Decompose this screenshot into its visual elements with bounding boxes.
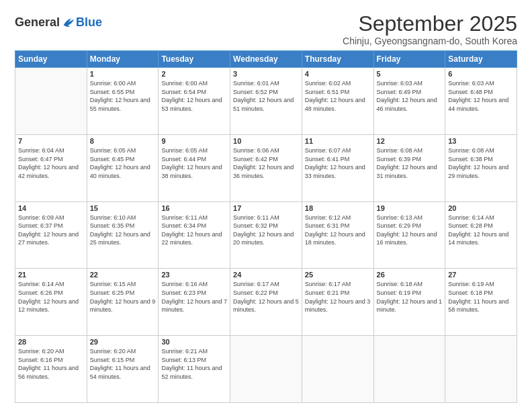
header-row: Sunday Monday Tuesday Wednesday Thursday…: [15, 51, 517, 68]
day-info: Sunrise: 6:19 AM Sunset: 6:18 PM Dayligh…: [448, 280, 514, 314]
day-info: Sunrise: 6:00 AM Sunset: 6:54 PM Dayligh…: [161, 79, 227, 113]
day-number: 25: [305, 271, 371, 279]
calendar-cell: 24Sunrise: 6:17 AM Sunset: 6:22 PM Dayli…: [230, 269, 302, 336]
day-info: Sunrise: 6:15 AM Sunset: 6:25 PM Dayligh…: [90, 280, 156, 314]
day-number: 9: [161, 137, 227, 145]
calendar-cell: 25Sunrise: 6:17 AM Sunset: 6:21 PM Dayli…: [302, 269, 373, 336]
day-info: Sunrise: 6:20 AM Sunset: 6:16 PM Dayligh…: [18, 347, 84, 381]
day-info: Sunrise: 6:13 AM Sunset: 6:29 PM Dayligh…: [377, 214, 443, 247]
col-friday: Friday: [373, 51, 445, 68]
day-number: 4: [305, 70, 371, 78]
calendar-cell: [230, 336, 302, 403]
calendar-cell: 30Sunrise: 6:21 AM Sunset: 6:13 PM Dayli…: [159, 336, 230, 403]
calendar-cell: 17Sunrise: 6:11 AM Sunset: 6:32 PM Dayli…: [230, 201, 302, 269]
day-info: Sunrise: 6:05 AM Sunset: 6:44 PM Dayligh…: [161, 146, 227, 180]
day-info: Sunrise: 6:14 AM Sunset: 6:26 PM Dayligh…: [18, 280, 84, 314]
day-info: Sunrise: 6:12 AM Sunset: 6:31 PM Dayligh…: [305, 214, 371, 247]
calendar-cell: 15Sunrise: 6:10 AM Sunset: 6:35 PM Dayli…: [87, 201, 159, 269]
day-number: 1: [90, 70, 156, 78]
col-tuesday: Tuesday: [159, 51, 230, 68]
calendar-cell: 4Sunrise: 6:02 AM Sunset: 6:51 PM Daylig…: [302, 68, 373, 135]
day-number: 27: [448, 271, 514, 279]
day-number: 23: [161, 271, 227, 279]
calendar-cell: 28Sunrise: 6:20 AM Sunset: 6:16 PM Dayli…: [15, 336, 87, 403]
day-number: 16: [161, 204, 227, 212]
calendar-cell: 27Sunrise: 6:19 AM Sunset: 6:18 PM Dayli…: [445, 269, 517, 336]
calendar-cell: 6Sunrise: 6:03 AM Sunset: 6:48 PM Daylig…: [445, 68, 517, 135]
calendar-cell: 13Sunrise: 6:08 AM Sunset: 6:38 PM Dayli…: [445, 134, 517, 201]
week-row-4: 21Sunrise: 6:14 AM Sunset: 6:26 PM Dayli…: [15, 269, 517, 336]
calendar-cell: 22Sunrise: 6:15 AM Sunset: 6:25 PM Dayli…: [87, 269, 159, 336]
month-title: September 2025: [343, 12, 517, 36]
day-info: Sunrise: 6:16 AM Sunset: 6:23 PM Dayligh…: [161, 280, 227, 314]
day-info: Sunrise: 6:05 AM Sunset: 6:45 PM Dayligh…: [90, 146, 156, 180]
page: General Blue September 2025 Chinju, Gyeo…: [0, 0, 532, 411]
calendar-cell: 7Sunrise: 6:04 AM Sunset: 6:47 PM Daylig…: [15, 134, 87, 201]
day-info: Sunrise: 6:09 AM Sunset: 6:37 PM Dayligh…: [18, 214, 84, 247]
day-info: Sunrise: 6:08 AM Sunset: 6:38 PM Dayligh…: [448, 146, 514, 180]
day-number: 20: [448, 204, 514, 212]
day-info: Sunrise: 6:18 AM Sunset: 6:19 PM Dayligh…: [377, 280, 443, 314]
day-number: 6: [448, 70, 514, 78]
day-number: 18: [305, 204, 371, 212]
day-info: Sunrise: 6:07 AM Sunset: 6:41 PM Dayligh…: [305, 146, 371, 180]
day-info: Sunrise: 6:11 AM Sunset: 6:34 PM Dayligh…: [161, 214, 227, 247]
title-block: September 2025 Chinju, Gyeongsangnam-do,…: [343, 12, 517, 46]
logo-blue-text: Blue: [76, 15, 102, 30]
calendar-cell: 1Sunrise: 6:00 AM Sunset: 6:55 PM Daylig…: [87, 68, 159, 135]
week-row-5: 28Sunrise: 6:20 AM Sunset: 6:16 PM Dayli…: [15, 336, 517, 403]
day-info: Sunrise: 6:03 AM Sunset: 6:49 PM Dayligh…: [377, 79, 443, 113]
day-number: 19: [377, 204, 443, 212]
col-sunday: Sunday: [15, 51, 87, 68]
day-number: 28: [18, 338, 84, 346]
day-info: Sunrise: 6:00 AM Sunset: 6:55 PM Dayligh…: [90, 79, 156, 113]
day-number: 7: [18, 137, 84, 145]
col-wednesday: Wednesday: [230, 51, 302, 68]
day-number: 3: [233, 70, 299, 78]
day-info: Sunrise: 6:11 AM Sunset: 6:32 PM Dayligh…: [233, 214, 299, 247]
day-number: 2: [161, 70, 227, 78]
col-monday: Monday: [87, 51, 159, 68]
day-number: 29: [90, 338, 156, 346]
day-info: Sunrise: 6:01 AM Sunset: 6:52 PM Dayligh…: [233, 79, 299, 113]
day-info: Sunrise: 6:17 AM Sunset: 6:21 PM Dayligh…: [305, 280, 371, 314]
calendar-cell: 18Sunrise: 6:12 AM Sunset: 6:31 PM Dayli…: [302, 201, 373, 269]
day-number: 24: [233, 271, 299, 279]
day-info: Sunrise: 6:10 AM Sunset: 6:35 PM Dayligh…: [90, 214, 156, 247]
day-number: 15: [90, 204, 156, 212]
day-number: 5: [377, 70, 443, 78]
calendar-cell: [302, 336, 373, 403]
calendar-cell: 19Sunrise: 6:13 AM Sunset: 6:29 PM Dayli…: [373, 201, 445, 269]
day-number: 8: [90, 137, 156, 145]
calendar-cell: 11Sunrise: 6:07 AM Sunset: 6:41 PM Dayli…: [302, 134, 373, 201]
day-info: Sunrise: 6:17 AM Sunset: 6:22 PM Dayligh…: [233, 280, 299, 314]
calendar-cell: 9Sunrise: 6:05 AM Sunset: 6:44 PM Daylig…: [159, 134, 230, 201]
day-number: 12: [377, 137, 443, 145]
header: General Blue September 2025 Chinju, Gyeo…: [15, 12, 517, 46]
calendar-cell: 21Sunrise: 6:14 AM Sunset: 6:26 PM Dayli…: [15, 269, 87, 336]
calendar-cell: 2Sunrise: 6:00 AM Sunset: 6:54 PM Daylig…: [159, 68, 230, 135]
day-number: 17: [233, 204, 299, 212]
calendar-cell: 26Sunrise: 6:18 AM Sunset: 6:19 PM Dayli…: [373, 269, 445, 336]
calendar-cell: 20Sunrise: 6:14 AM Sunset: 6:28 PM Dayli…: [445, 201, 517, 269]
calendar-cell: [15, 68, 87, 135]
day-info: Sunrise: 6:08 AM Sunset: 6:39 PM Dayligh…: [377, 146, 443, 180]
calendar-cell: 8Sunrise: 6:05 AM Sunset: 6:45 PM Daylig…: [87, 134, 159, 201]
location-subtitle: Chinju, Gyeongsangnam-do, South Korea: [343, 36, 517, 46]
calendar-cell: 16Sunrise: 6:11 AM Sunset: 6:34 PM Dayli…: [159, 201, 230, 269]
day-number: 26: [377, 271, 443, 279]
day-number: 22: [90, 271, 156, 279]
day-info: Sunrise: 6:14 AM Sunset: 6:28 PM Dayligh…: [448, 214, 514, 247]
calendar-cell: [445, 336, 517, 403]
day-number: 10: [233, 137, 299, 145]
day-info: Sunrise: 6:02 AM Sunset: 6:51 PM Dayligh…: [305, 79, 371, 113]
day-info: Sunrise: 6:21 AM Sunset: 6:13 PM Dayligh…: [161, 347, 227, 381]
day-info: Sunrise: 6:03 AM Sunset: 6:48 PM Dayligh…: [448, 79, 514, 113]
day-info: Sunrise: 6:04 AM Sunset: 6:47 PM Dayligh…: [18, 146, 84, 180]
day-number: 14: [18, 204, 84, 212]
day-number: 13: [448, 137, 514, 145]
week-row-3: 14Sunrise: 6:09 AM Sunset: 6:37 PM Dayli…: [15, 201, 517, 269]
day-number: 11: [305, 137, 371, 145]
week-row-2: 7Sunrise: 6:04 AM Sunset: 6:47 PM Daylig…: [15, 134, 517, 201]
calendar-table: Sunday Monday Tuesday Wednesday Thursday…: [15, 50, 517, 403]
